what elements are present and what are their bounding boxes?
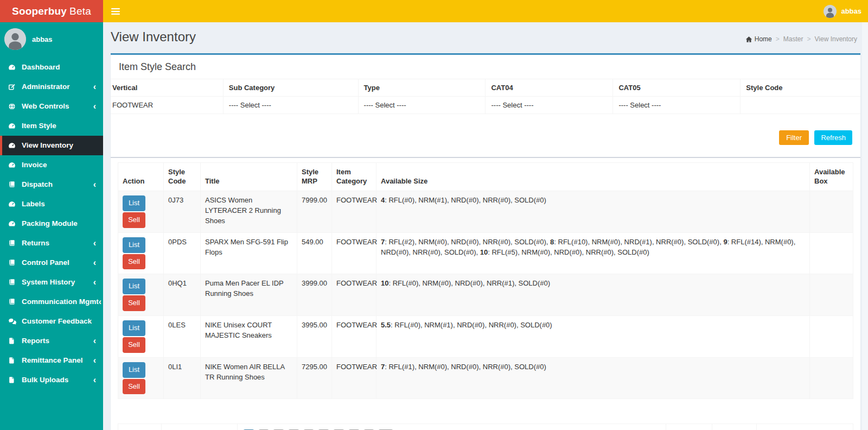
style-code-cell: 0J73	[164, 191, 201, 233]
style-mrp-cell: 7295.00	[297, 357, 332, 399]
sidebar-item-label: View Inventory	[22, 141, 73, 150]
search-select-vertical[interactable]: FOOTWEAR	[111, 97, 223, 114]
search-select-sub-category[interactable]: ---- Select ----	[223, 97, 358, 114]
sidebar-toggle-button[interactable]	[103, 0, 128, 22]
sidebar-item-label: System History	[22, 277, 75, 287]
sidebar-item-labels[interactable]: Labels	[0, 194, 103, 214]
sidebar-item-web-controls[interactable]: Web Controls ‹	[0, 97, 103, 116]
chevron-left-icon: ‹	[93, 279, 96, 286]
column-header-style-code: Style Code	[164, 163, 201, 191]
inventory-table: Action Style Code Title Style MRP Item C…	[118, 162, 853, 399]
column-header-style-mrp: Style MRP	[297, 163, 332, 191]
available-box-cell	[810, 357, 853, 399]
sidebar-menu: Dashboard Administrator ‹ Web Controls ‹…	[0, 58, 103, 390]
sell-button[interactable]: Sell	[123, 379, 145, 395]
sidebar-item-invoice[interactable]: Invoice	[0, 155, 103, 175]
user-avatar	[824, 5, 837, 18]
sidebar-item-administrator[interactable]: Administrator ‹	[0, 77, 103, 97]
breadcrumb-home[interactable]: Home	[745, 35, 772, 43]
sidebar-item-label: Administrator	[22, 82, 70, 92]
breadcrumb-current: View Inventory	[815, 35, 858, 43]
sidebar-item-label: Packing Module	[22, 219, 78, 229]
sidebar-item-customer-feedback[interactable]: Customer Feedback	[0, 312, 103, 331]
sidebar-username: abbas	[32, 35, 53, 43]
available-size-cell: 4: RFL(#0), NRM(#1), NRD(#0), NRR(#0), S…	[376, 191, 810, 233]
sidebar-item-dashboard[interactable]: Dashboard	[0, 58, 103, 77]
sidebar-item-dispatch[interactable]: Dispatch ‹	[0, 175, 103, 194]
action-cell: List Sell	[118, 191, 164, 233]
style-mrp-cell: 549.00	[297, 232, 332, 274]
sell-button[interactable]: Sell	[123, 337, 145, 353]
inventory-table-section: Action Style Code Title Style MRP Item C…	[111, 158, 860, 430]
search-input-style-code[interactable]	[741, 97, 860, 114]
sidebar-item-reports[interactable]: Reports ‹	[0, 331, 103, 351]
search-select-type[interactable]: ---- Select ----	[358, 97, 486, 114]
filter-button[interactable]: Filter	[779, 130, 809, 145]
title-cell: NIKE Unisex COURT MAJESTIC Sneakers	[201, 316, 297, 358]
navbar-username: abbas	[841, 7, 861, 15]
pagination-pages: 12345678910	[238, 424, 666, 430]
chevron-left-icon: ‹	[93, 377, 96, 383]
refresh-button[interactable]: Refresh	[814, 130, 852, 145]
list-button[interactable]: List	[123, 362, 145, 378]
inventory-header-row: Action Style Code Title Style MRP Item C…	[118, 163, 853, 191]
sidebar-user-avatar	[4, 28, 26, 50]
app-logo[interactable]: Sooperbuy Beta	[0, 0, 103, 22]
sidebar-item-control-panel[interactable]: Control Panel ‹	[0, 253, 103, 273]
item-category-cell: FOOTWEAR	[332, 232, 376, 274]
brand-suffix: Beta	[69, 5, 91, 17]
search-select-cat05[interactable]: ---- Select ----	[613, 97, 741, 114]
sell-button[interactable]: Sell	[123, 254, 145, 270]
column-header-title: Title	[201, 163, 297, 191]
sell-button[interactable]: Sell	[123, 295, 145, 311]
sidebar: abbas Dashboard Administrator ‹ Web Cont…	[0, 22, 103, 430]
title-cell: ASICS Women LYTERACER 2 Running Shoes	[201, 191, 297, 233]
sell-button[interactable]: Sell	[123, 212, 145, 228]
search-select-cat04[interactable]: ---- Select ----	[486, 97, 613, 114]
sidebar-item-remittance-panel[interactable]: Remittance Panel ‹	[0, 351, 103, 370]
sidebar-item-label: Reports	[22, 336, 49, 346]
sidebar-item-returns[interactable]: Returns ‹	[0, 233, 103, 253]
list-button[interactable]: List	[123, 279, 145, 294]
item-category-cell: FOOTWEAR	[332, 357, 376, 399]
sidebar-item-label: Control Panel	[22, 258, 69, 268]
sidebar-item-label: Customer Feedback	[22, 317, 92, 326]
list-button[interactable]: List	[123, 237, 145, 253]
sidebar-item-communication-mgmt[interactable]: Communication Mgmt ‹	[0, 292, 103, 312]
sidebar-item-label: Remittance Panel	[22, 356, 83, 365]
breadcrumb: Home > Master > View Inventory	[745, 35, 857, 43]
dashboard-icon	[8, 64, 18, 71]
sidebar-item-label: Dispatch	[22, 180, 53, 189]
chevron-left-icon: ‹	[93, 357, 96, 364]
dashboard-icon	[8, 220, 18, 227]
hamburger-icon	[111, 8, 120, 15]
sidebar-item-label: Bulk Uploads	[22, 375, 68, 385]
dashboard-icon	[8, 142, 18, 149]
chevron-left-icon: ‹	[93, 240, 96, 246]
table-row: List Sell 0LES NIKE Unisex COURT MAJESTI…	[118, 316, 853, 358]
sidebar-item-view-inventory[interactable]: View Inventory	[0, 136, 103, 155]
top-header: Sooperbuy Beta abbas	[0, 0, 868, 22]
column-header-action: Action	[118, 163, 164, 191]
style-code-cell: 0LES	[164, 316, 201, 358]
sidebar-item-label: Labels	[22, 199, 45, 209]
style-mrp-cell: 7999.00	[297, 191, 332, 233]
sidebar-item-packing-module[interactable]: Packing Module	[0, 214, 103, 233]
search-label-type: Type	[358, 79, 486, 97]
column-header-item-category: Item Category	[332, 163, 376, 191]
title-cell: SPARX Men SFG-591 Flip Flops	[201, 232, 297, 274]
search-header-row: VerticalSub CategoryTypeCAT04CAT05Style …	[111, 79, 860, 97]
user-menu[interactable]: abbas	[824, 0, 861, 22]
sidebar-item-label: Web Controls	[22, 102, 69, 111]
table-row: List Sell 0PDS SPARX Men SFG-591 Flip Fl…	[118, 232, 853, 274]
sidebar-item-system-history[interactable]: System History ‹	[0, 273, 103, 292]
style-code-cell: 0PDS	[164, 232, 201, 274]
comments-icon	[8, 318, 18, 325]
sidebar-item-item-style[interactable]: Item Style	[0, 116, 103, 136]
list-button[interactable]: List	[123, 320, 145, 336]
list-button[interactable]: List	[123, 195, 145, 211]
sidebar-item-bulk-uploads[interactable]: Bulk Uploads ‹	[0, 370, 103, 390]
scrollbar[interactable]	[862, 22, 868, 430]
breadcrumb-master[interactable]: Master	[783, 35, 803, 43]
dashboard-icon	[8, 122, 18, 130]
